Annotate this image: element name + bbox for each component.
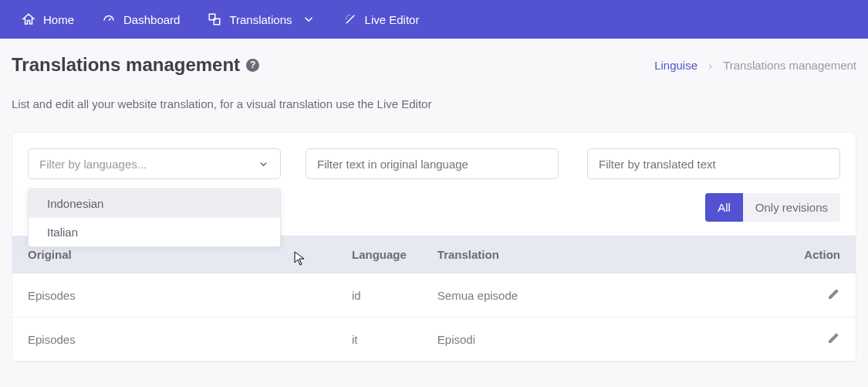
page-title: Translations management ? xyxy=(12,54,259,76)
breadcrumb-separator: › xyxy=(708,59,712,72)
breadcrumb-current: Translations management xyxy=(723,59,856,72)
translated-text-filter-input[interactable] xyxy=(587,148,840,179)
nav-home[interactable]: Home xyxy=(8,0,88,39)
nav-translations-label: Translations xyxy=(229,13,292,26)
nav-dashboard-label: Dashboard xyxy=(123,13,180,26)
nav-translations[interactable]: Translations xyxy=(194,0,329,39)
col-action: Action xyxy=(778,236,856,273)
col-translation: Translation xyxy=(422,236,778,273)
gauge-icon xyxy=(102,12,116,26)
translate-icon xyxy=(208,12,221,26)
breadcrumb: Linguise › Translations management xyxy=(654,59,856,72)
dropdown-option-italian[interactable]: Italian xyxy=(29,218,280,246)
cell-language: it xyxy=(336,317,422,362)
cell-action xyxy=(778,273,856,317)
toggle-all[interactable]: All xyxy=(705,193,743,222)
main-navbar: Home Dashboard Translations Live Editor xyxy=(0,0,868,39)
wand-icon xyxy=(343,12,357,26)
cell-original: Episodes xyxy=(12,273,336,317)
cell-translation: Semua episode xyxy=(422,273,778,317)
cell-translation: Episodi xyxy=(422,317,778,362)
col-language: Language xyxy=(336,236,422,273)
view-toggle: All Only revisions xyxy=(705,193,840,222)
chevron-down-icon xyxy=(302,12,316,26)
translations-table: Original Language Translation Action Epi… xyxy=(12,236,856,362)
page-title-text: Translations management xyxy=(12,54,240,76)
translations-card: Filter by languages... Indonesian Italia… xyxy=(12,132,856,362)
toggle-revisions[interactable]: Only revisions xyxy=(743,193,840,222)
table-row: Episodes id Semua episode xyxy=(12,273,856,317)
nav-dashboard[interactable]: Dashboard xyxy=(88,0,194,39)
dropdown-option-indonesian[interactable]: Indonesian xyxy=(29,189,280,218)
language-dropdown: Indonesian Italian xyxy=(28,188,281,247)
breadcrumb-root[interactable]: Linguise xyxy=(654,59,697,72)
page-subtitle: List and edit all your website translati… xyxy=(12,97,856,110)
original-text-filter-input[interactable] xyxy=(306,148,559,179)
mouse-cursor xyxy=(294,251,306,266)
edit-icon[interactable] xyxy=(827,331,840,345)
nav-home-label: Home xyxy=(43,13,74,26)
nav-live-editor-label: Live Editor xyxy=(365,13,420,26)
table-row: Episodes it Episodi xyxy=(12,317,856,362)
language-filter-select[interactable]: Filter by languages... xyxy=(28,148,281,179)
edit-icon[interactable] xyxy=(827,287,840,300)
home-icon xyxy=(22,12,35,26)
nav-live-editor[interactable]: Live Editor xyxy=(329,0,434,39)
chevron-down-icon xyxy=(258,158,269,170)
page-content: Translations management ? Linguise › Tra… xyxy=(0,39,868,378)
language-filter-placeholder: Filter by languages... xyxy=(39,158,147,171)
cell-original: Episodes xyxy=(12,317,336,362)
cell-action xyxy=(778,317,856,362)
cell-language: id xyxy=(336,273,422,317)
help-icon[interactable]: ? xyxy=(246,59,259,72)
